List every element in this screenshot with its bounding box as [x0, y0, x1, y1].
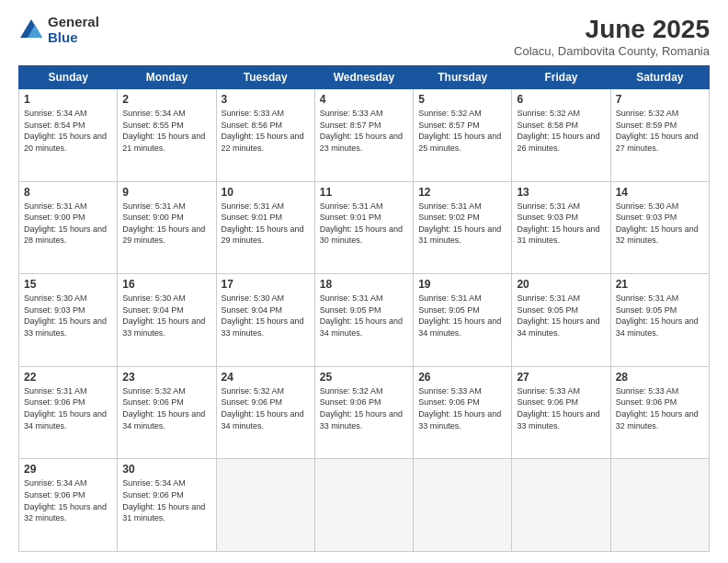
table-row: 27Sunrise: 5:33 AMSunset: 9:06 PMDayligh…: [512, 366, 610, 459]
table-row: 6Sunrise: 5:32 AMSunset: 8:58 PMDaylight…: [512, 89, 610, 182]
col-monday: Monday: [118, 66, 216, 89]
table-row: 2Sunrise: 5:34 AMSunset: 8:55 PMDaylight…: [118, 89, 216, 182]
table-row: 14Sunrise: 5:30 AMSunset: 9:03 PMDayligh…: [610, 181, 709, 274]
week-row: 15Sunrise: 5:30 AMSunset: 9:03 PMDayligh…: [19, 274, 710, 367]
logo-text: General Blue: [48, 15, 99, 45]
empty-cell: [610, 459, 709, 552]
header-row: Sunday Monday Tuesday Wednesday Thursday…: [19, 66, 710, 89]
title-block: June 2025 Colacu, Dambovita County, Roma…: [514, 15, 710, 58]
empty-cell: [512, 459, 610, 552]
table-row: 19Sunrise: 5:31 AMSunset: 9:05 PMDayligh…: [414, 274, 512, 367]
col-friday: Friday: [512, 66, 610, 89]
table-row: 3Sunrise: 5:33 AMSunset: 8:56 PMDaylight…: [216, 89, 314, 182]
table-row: 17Sunrise: 5:30 AMSunset: 9:04 PMDayligh…: [216, 274, 314, 367]
calendar: Sunday Monday Tuesday Wednesday Thursday…: [18, 65, 710, 552]
logo-blue: Blue: [48, 30, 99, 46]
table-row: 13Sunrise: 5:31 AMSunset: 9:03 PMDayligh…: [512, 181, 610, 274]
logo-general: General: [48, 15, 99, 30]
col-thursday: Thursday: [414, 66, 512, 89]
col-sunday: Sunday: [19, 66, 118, 89]
empty-cell: [314, 459, 413, 552]
col-wednesday: Wednesday: [314, 66, 413, 89]
subtitle: Colacu, Dambovita County, Romania: [514, 44, 710, 58]
table-row: 7Sunrise: 5:32 AMSunset: 8:59 PMDaylight…: [610, 89, 709, 182]
week-row: 29Sunrise: 5:34 AMSunset: 9:06 PMDayligh…: [19, 459, 710, 552]
table-row: 30Sunrise: 5:34 AMSunset: 9:06 PMDayligh…: [118, 459, 216, 552]
week-row: 8Sunrise: 5:31 AMSunset: 9:00 PMDaylight…: [19, 181, 710, 274]
table-row: 28Sunrise: 5:33 AMSunset: 9:06 PMDayligh…: [610, 366, 709, 459]
empty-cell: [216, 459, 314, 552]
table-row: 15Sunrise: 5:30 AMSunset: 9:03 PMDayligh…: [19, 274, 118, 367]
table-row: 1Sunrise: 5:34 AMSunset: 8:54 PMDaylight…: [19, 89, 118, 182]
table-row: 16Sunrise: 5:30 AMSunset: 9:04 PMDayligh…: [118, 274, 216, 367]
empty-cell: [414, 459, 512, 552]
table-row: 10Sunrise: 5:31 AMSunset: 9:01 PMDayligh…: [216, 181, 314, 274]
table-row: 22Sunrise: 5:31 AMSunset: 9:06 PMDayligh…: [19, 366, 118, 459]
table-row: 12Sunrise: 5:31 AMSunset: 9:02 PMDayligh…: [414, 181, 512, 274]
table-row: 9Sunrise: 5:31 AMSunset: 9:00 PMDaylight…: [118, 181, 216, 274]
week-row: 1Sunrise: 5:34 AMSunset: 8:54 PMDaylight…: [19, 89, 710, 182]
logo-icon: [18, 17, 44, 43]
logo: General Blue: [18, 15, 99, 45]
page-title: June 2025: [514, 15, 710, 44]
header: General Blue June 2025 Colacu, Dambovita…: [18, 15, 710, 58]
table-row: 24Sunrise: 5:32 AMSunset: 9:06 PMDayligh…: [216, 366, 314, 459]
table-row: 11Sunrise: 5:31 AMSunset: 9:01 PMDayligh…: [314, 181, 413, 274]
table-row: 25Sunrise: 5:32 AMSunset: 9:06 PMDayligh…: [314, 366, 413, 459]
page: General Blue June 2025 Colacu, Dambovita…: [0, 0, 728, 563]
week-row: 22Sunrise: 5:31 AMSunset: 9:06 PMDayligh…: [19, 366, 710, 459]
table-row: 23Sunrise: 5:32 AMSunset: 9:06 PMDayligh…: [118, 366, 216, 459]
table-row: 26Sunrise: 5:33 AMSunset: 9:06 PMDayligh…: [414, 366, 512, 459]
table-row: 18Sunrise: 5:31 AMSunset: 9:05 PMDayligh…: [314, 274, 413, 367]
table-row: 4Sunrise: 5:33 AMSunset: 8:57 PMDaylight…: [314, 89, 413, 182]
col-tuesday: Tuesday: [216, 66, 314, 89]
table-row: 21Sunrise: 5:31 AMSunset: 9:05 PMDayligh…: [610, 274, 709, 367]
table-row: 8Sunrise: 5:31 AMSunset: 9:00 PMDaylight…: [19, 181, 118, 274]
table-row: 5Sunrise: 5:32 AMSunset: 8:57 PMDaylight…: [414, 89, 512, 182]
col-saturday: Saturday: [610, 66, 709, 89]
table-row: 20Sunrise: 5:31 AMSunset: 9:05 PMDayligh…: [512, 274, 610, 367]
table-row: 29Sunrise: 5:34 AMSunset: 9:06 PMDayligh…: [19, 459, 118, 552]
